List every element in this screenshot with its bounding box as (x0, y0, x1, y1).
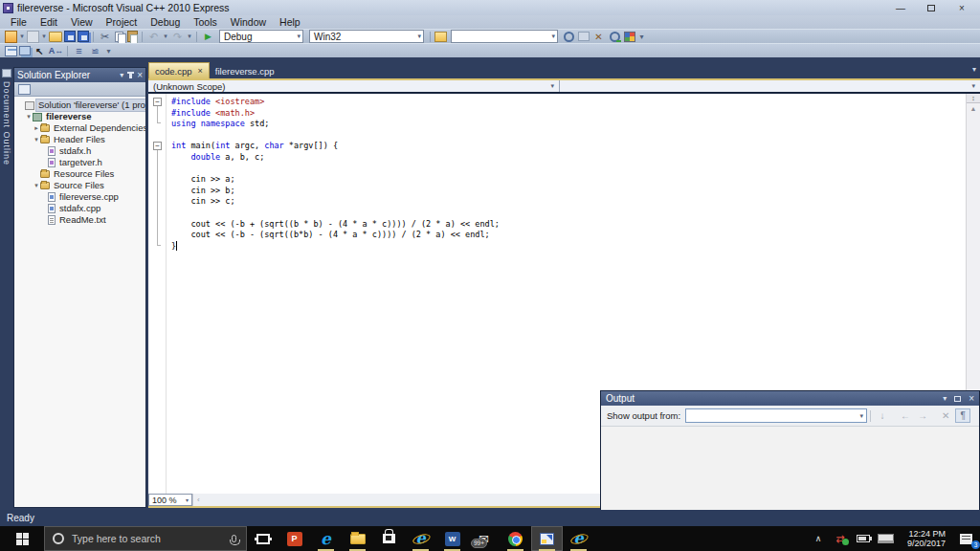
taskbar-search[interactable]: Type here to search (44, 526, 247, 551)
tree-item[interactable]: Solution 'filereverse' (1 project) (14, 99, 145, 111)
overflow-icon[interactable]: ▾ (104, 45, 113, 57)
copy-icon[interactable] (114, 31, 125, 43)
code-text[interactable]: #include <iostream>#include <math.h>usin… (171, 97, 961, 252)
tree-item[interactable]: targetver.h (14, 157, 145, 168)
scope-dropdown[interactable]: (Unknown Scope) ▾ (148, 80, 560, 92)
sync-app-icon[interactable]: ⇄ (829, 526, 852, 551)
menu-edit[interactable]: Edit (33, 15, 64, 29)
find-options-icon[interactable] (578, 32, 590, 41)
properties-icon[interactable] (18, 84, 31, 95)
open-icon[interactable] (49, 32, 62, 42)
align-lines-icon[interactable]: ≡ (72, 45, 86, 57)
taskbar-task-view-icon[interactable] (247, 526, 278, 551)
menu-file[interactable]: File (4, 15, 33, 29)
dropdown-arrow-icon[interactable]: ▾ (18, 33, 26, 40)
overflow-icon[interactable]: ▾ (637, 31, 646, 43)
menu-project[interactable]: Project (100, 15, 145, 29)
taskbar-edge-icon[interactable]: e (310, 526, 342, 551)
start-debug-icon[interactable]: ▶ (201, 31, 215, 43)
taskbar-word-icon[interactable]: W (436, 526, 468, 551)
output-source-dropdown[interactable]: ▾ (685, 408, 867, 423)
taskbar-internet-explorer-icon[interactable]: e (405, 526, 436, 551)
tree-item[interactable]: ReadMe.txt (14, 214, 145, 226)
microphone-icon[interactable] (232, 535, 236, 542)
editor-zoom-dropdown[interactable]: 100 % ▾ (148, 494, 192, 506)
tree-item[interactable]: stdafx.h (14, 145, 145, 157)
add-item-icon[interactable] (27, 31, 39, 43)
window-position-icon[interactable]: ▾ (120, 71, 123, 79)
taskbar-visual-studio-icon[interactable] (531, 526, 563, 551)
paste-icon[interactable] (127, 31, 138, 42)
dropdown-arrow-icon[interactable]: ▾ (186, 33, 193, 40)
tab-filereverse-cpp[interactable]: filereverse.cpp (210, 63, 280, 79)
menu-window[interactable]: Window (224, 15, 273, 29)
collapsed-arrow-icon[interactable]: ▸ (33, 122, 40, 134)
dropdown-arrow-icon[interactable]: ▾ (162, 33, 169, 40)
cut-icon[interactable]: ✂ (98, 31, 112, 43)
format-icon[interactable]: A↔ (49, 45, 63, 57)
redo-icon[interactable]: ↷ (170, 31, 185, 43)
next-message-icon[interactable]: → (915, 408, 930, 423)
platform-dropdown[interactable]: Win32▾ (309, 30, 424, 43)
maximize-icon[interactable] (954, 396, 961, 402)
goto-icon[interactable] (608, 31, 622, 43)
window-position-icon[interactable]: ▾ (943, 394, 947, 403)
splitter-handle[interactable]: ↕ (967, 94, 980, 103)
pin-icon[interactable] (129, 72, 132, 78)
expanded-arrow-icon[interactable]: ▾ (33, 134, 40, 145)
taskbar-mail-icon[interactable]: ✉99+ (468, 526, 500, 551)
document-outline-tab[interactable]: Document Outline (0, 67, 13, 507)
save-all-icon[interactable] (78, 31, 89, 42)
pointer-icon[interactable]: ↖ (33, 45, 47, 57)
undo-icon[interactable]: ↶ (146, 31, 161, 43)
member-dropdown[interactable]: ▾ (560, 80, 980, 92)
tree-item[interactable]: ▾Header Files (14, 134, 145, 145)
touch-keyboard-icon[interactable] (875, 526, 898, 551)
debug-configuration-dropdown[interactable]: Debug▾ (219, 30, 303, 43)
dialog-icon[interactable] (5, 46, 17, 56)
fold-collapse-icon[interactable]: − (153, 98, 162, 106)
battery-icon[interactable] (852, 526, 875, 551)
horizontal-scrollbar[interactable]: ‹ (192, 494, 600, 506)
close-tab-icon[interactable]: × (198, 66, 203, 76)
menu-help[interactable]: Help (273, 15, 307, 29)
save-icon[interactable] (64, 31, 76, 42)
tray-overflow-icon[interactable]: ∧ (808, 534, 829, 543)
tree-item[interactable]: ▾Source Files (14, 180, 145, 191)
minimize-button[interactable]: — (892, 3, 909, 13)
output-target-icon[interactable]: ↓ (875, 408, 890, 423)
tab-code-cpp[interactable]: code.cpp× (148, 62, 210, 78)
scroll-up-icon[interactable]: ▲ (967, 103, 980, 115)
clock[interactable]: 12:24 PM 9/20/2017 (898, 529, 951, 548)
expanded-arrow-icon[interactable]: ▾ (33, 180, 40, 191)
find-tools-icon[interactable]: ✕ (591, 31, 606, 43)
tree-item[interactable]: filereverse.cpp (14, 191, 145, 203)
taskbar-internet-explorer-2-icon[interactable]: e (563, 526, 594, 551)
taskbar-file-explorer-icon[interactable] (342, 526, 373, 551)
tab-list-dropdown-icon[interactable]: ▾ (972, 65, 976, 74)
palette-icon[interactable] (624, 32, 635, 42)
taskbar-store-icon[interactable] (373, 526, 405, 551)
expanded-arrow-icon[interactable]: ▾ (25, 111, 33, 122)
menu-view[interactable]: View (64, 15, 100, 29)
find-combobox[interactable]: ▾ (451, 30, 558, 43)
menu-debug[interactable]: Debug (144, 15, 187, 29)
taskbar-chrome-icon[interactable] (500, 526, 531, 551)
tree-item[interactable]: ▸External Dependencies (14, 122, 145, 134)
close-panel-icon[interactable]: × (969, 393, 974, 404)
action-center-icon[interactable]: 3 (951, 526, 980, 551)
find-icon[interactable] (434, 32, 447, 42)
new-project-icon[interactable] (5, 31, 17, 43)
order-icon[interactable] (19, 46, 31, 55)
fold-collapse-icon[interactable]: − (153, 142, 162, 150)
close-button[interactable]: × (953, 3, 970, 13)
menu-tools[interactable]: Tools (187, 15, 224, 29)
start-button[interactable] (0, 526, 44, 551)
clear-all-icon[interactable]: ✕ (938, 408, 953, 423)
tree-item[interactable]: stdafx.cpp (14, 203, 145, 214)
prev-message-icon[interactable]: ← (898, 408, 913, 423)
spacing-icon[interactable]: ≌ (88, 45, 102, 57)
taskbar-powerpoint-icon[interactable]: P (278, 526, 310, 551)
dropdown-arrow-icon[interactable]: ▾ (40, 33, 48, 40)
close-panel-icon[interactable]: × (137, 70, 143, 80)
